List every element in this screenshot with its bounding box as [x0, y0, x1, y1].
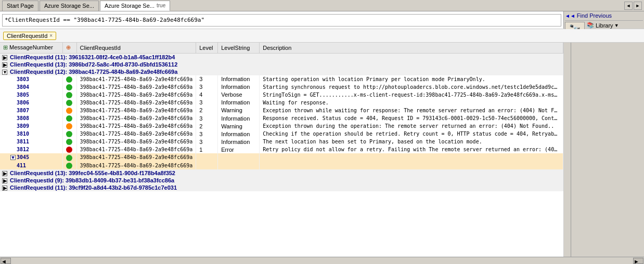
cell-level: 1	[196, 146, 218, 153]
cell-level: 3	[196, 83, 218, 91]
cell-levelstring	[218, 162, 260, 169]
filter-chip-clientrequestid[interactable]: ClientRequestId ×	[3, 32, 56, 40]
cell-level-icon	[62, 122, 76, 130]
cell-level-icon	[62, 138, 76, 146]
expand-icon[interactable]: ▶	[2, 171, 7, 176]
cell-description: Starting synchronous request to http://p…	[260, 83, 563, 91]
table-row[interactable]: 3803 398bac41-7725-484b-8a69-2a9e48fc669…	[0, 75, 563, 83]
expand-icon[interactable]: ▶	[2, 186, 7, 191]
cell-description: Retry policy did not allow for a retry. …	[260, 146, 563, 153]
cell-messagenumber: 3804	[0, 83, 62, 91]
table-row[interactable]: 411 398bac41-7725-484b-8a69-2a9e48fc669a	[0, 162, 563, 169]
cell-clientrequestid: 398bac41-7725-484b-8a69-2a9e48fc669a	[76, 91, 196, 99]
find-previous-icon: ◄◄	[565, 13, 575, 19]
table-group-row[interactable]: ▶ ClientRequestId (11): 39616321-08f2-4c…	[0, 53, 563, 61]
find-previous-button[interactable]: ◄◄ Find Previous	[565, 12, 612, 19]
cell-level-icon	[62, 162, 76, 169]
h-scroll-left-btn[interactable]: ◄	[1, 258, 11, 264]
cell-description: Response received. Status code = 404, Re…	[260, 114, 563, 122]
cell-clientrequestid: 398bac41-7725-484b-8a69-2a9e48fc669a	[76, 138, 196, 146]
cell-level-icon	[62, 99, 76, 107]
vertical-scrollbar[interactable]	[563, 43, 571, 257]
tab-next-btn[interactable]: ►	[634, 2, 642, 10]
table-row[interactable]: 3806 398bac41-7725-484b-8a69-2a9e48fc669…	[0, 99, 563, 107]
table-group-row[interactable]: ▼ ClientRequestId (12): 398bac41-7725-48…	[0, 68, 563, 75]
cell-description: Exception thrown during the operation: T…	[260, 122, 563, 130]
col-icon-messagenumber: ⊞	[3, 44, 8, 50]
cell-level-icon	[62, 107, 76, 114]
cell-messagenumber: 3811	[0, 138, 62, 146]
cell-messagenumber: 3807	[0, 107, 62, 114]
cell-clientrequestid: 398bac41-7725-484b-8a69-2a9e48fc669a	[76, 114, 196, 122]
cell-messagenumber: ▼3045	[0, 153, 62, 161]
table-row[interactable]: 3809 398bac41-7725-484b-8a69-2a9e48fc669…	[0, 122, 563, 130]
expand-icon[interactable]: ▼	[2, 70, 7, 75]
table-row[interactable]: ▼3045 398bac41-7725-484b-8a69-2a9e48fc66…	[0, 153, 563, 161]
data-table: ⊞ MessageNumber ⊕ ClientRequestId Level …	[0, 43, 563, 191]
cell-level-icon	[62, 146, 76, 153]
cell-clientrequestid: 398bac41-7725-484b-8a69-2a9e48fc669a	[76, 75, 196, 83]
expand-icon[interactable]: ▶	[2, 62, 7, 68]
table-row[interactable]: 3807 398bac41-7725-484b-8a69-2a9e48fc669…	[0, 107, 563, 114]
cell-level-icon	[62, 91, 76, 99]
table-group-row[interactable]: ▶ ClientRequestId (13): 3986bd72-5a8c-4f…	[0, 61, 563, 68]
cell-messagenumber: 411	[0, 162, 62, 169]
close-tab-icon[interactable]: true	[157, 3, 165, 8]
tab-start[interactable]: Start Page	[2, 1, 38, 11]
tab-az2[interactable]: Azure Storage Se... true	[100, 1, 170, 11]
cell-clientrequestid: 398bac41-7725-484b-8a69-2a9e48fc669a	[76, 122, 196, 130]
col-header-clientrequestid[interactable]: ClientRequestId	[76, 43, 196, 53]
cell-level: 3	[196, 99, 218, 107]
library-button[interactable]: 📚 Library ▼	[587, 22, 619, 29]
expand-icon[interactable]: ▶	[2, 178, 7, 183]
h-scroll-right-btn[interactable]: ►	[633, 258, 643, 264]
col-header-level[interactable]: Level	[196, 43, 218, 53]
cell-description	[260, 162, 563, 169]
library-icon: 📚	[587, 22, 594, 29]
table-row[interactable]: 3804 398bac41-7725-484b-8a69-2a9e48fc669…	[0, 83, 563, 91]
tab-az1[interactable]: Azure Storage Se...	[40, 1, 99, 11]
cell-description	[260, 153, 563, 161]
cell-clientrequestid: 398bac41-7725-484b-8a69-2a9e48fc669a	[76, 130, 196, 138]
table-row[interactable]: 3810 398bac41-7725-484b-8a69-2a9e48fc669…	[0, 130, 563, 138]
table-row[interactable]: 3812 398bac41-7725-484b-8a69-2a9e48fc669…	[0, 146, 563, 153]
expand-icon[interactable]: ▼	[10, 155, 16, 160]
table-group-row[interactable]: ▶ ClientRequestId (11): 39cf9f20-a8d4-43…	[0, 184, 563, 191]
cell-levelstring: Error	[218, 146, 260, 153]
table-row[interactable]: 3808 398bac41-7725-484b-8a69-2a9e48fc669…	[0, 114, 563, 122]
cell-description: Checking if the operation should be retr…	[260, 130, 563, 138]
cell-level-icon	[62, 130, 76, 138]
data-table-wrapper[interactable]: ⊞ MessageNumber ⊕ ClientRequestId Level …	[0, 43, 563, 256]
cell-levelstring: Information	[218, 83, 260, 91]
table-group-row[interactable]: ▶ ClientRequestId (13): 399fec04-555e-4b…	[0, 169, 563, 177]
cell-level	[196, 153, 218, 161]
horizontal-scrollbar[interactable]: ◄ ►	[0, 257, 644, 264]
right-panel-lower	[571, 43, 644, 257]
cell-description: Starting operation with location Primary…	[260, 75, 563, 83]
cell-level: 3	[196, 114, 218, 122]
col-header-levelstring[interactable]: LevelString	[218, 43, 260, 53]
filter-chip-close-icon[interactable]: ×	[49, 33, 53, 38]
cell-messagenumber: 3812	[0, 146, 62, 153]
table-row[interactable]: 3811 398bac41-7725-484b-8a69-2a9e48fc669…	[0, 138, 563, 146]
table-group-row[interactable]: ▶ ClientRequestId (9): 39b83db1-8409-4b3…	[0, 177, 563, 184]
cell-levelstring	[218, 153, 260, 161]
cell-level-icon	[62, 114, 76, 122]
cell-levelstring: Information	[218, 99, 260, 107]
tab-nav-arrows: ◄ ►	[624, 2, 644, 10]
cell-level: 3	[196, 138, 218, 146]
table-row[interactable]: 3805 398bac41-7725-484b-8a69-2a9e48fc669…	[0, 91, 563, 99]
cell-levelstring: Warning	[218, 107, 260, 114]
cell-messagenumber: 3808	[0, 114, 62, 122]
cell-level: 2	[196, 107, 218, 114]
cell-clientrequestid: 398bac41-7725-484b-8a69-2a9e48fc669a	[76, 99, 196, 107]
expand-icon[interactable]: ▶	[2, 55, 7, 60]
col-header-messagenumber[interactable]: ⊞ MessageNumber	[0, 43, 62, 53]
col-header-description[interactable]: Description	[260, 43, 563, 53]
cell-level: 4	[196, 91, 218, 99]
tabs-bar: Start Page Azure Storage Se... Azure Sto…	[0, 0, 644, 11]
col-header-icon: ⊕	[62, 43, 76, 53]
search-input[interactable]	[2, 14, 561, 27]
cell-messagenumber: 3803	[0, 75, 62, 83]
tab-prev-btn[interactable]: ◄	[624, 2, 633, 10]
